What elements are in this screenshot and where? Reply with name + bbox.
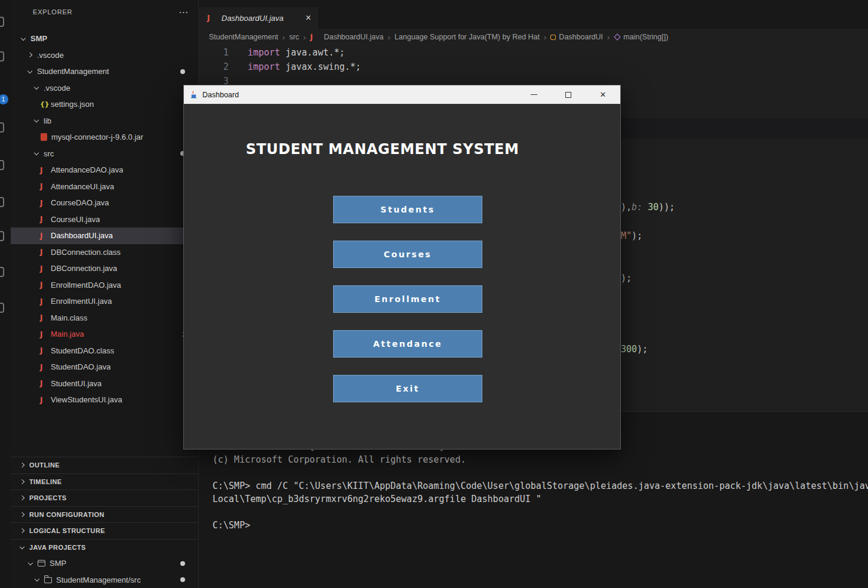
breadcrumb-separator: › (282, 33, 285, 42)
clipped-activity-icon[interactable] (0, 231, 4, 241)
chevron-down-icon (21, 36, 26, 41)
tab-label: DashboardUI.java (221, 14, 284, 23)
breadcrumb-item-language-support-for-java-tm-by-red-hat[interactable]: Language Support for Java(TM) by Red Hat (395, 33, 540, 41)
java-file-icon: J (40, 215, 51, 223)
clipped-activity-icon[interactable] (0, 197, 4, 207)
clipped-activity-icon[interactable] (0, 17, 4, 27)
tree-item-label: CourseDAO.java (51, 198, 109, 207)
section-outline[interactable]: OUTLINE (11, 457, 198, 473)
chevron-down-icon (20, 544, 24, 549)
tree-item-lib[interactable]: lib (11, 113, 198, 130)
tree-item-studentui-java[interactable]: JStudentUI.java (11, 375, 198, 392)
breadcrumb-item-src[interactable]: src (289, 33, 299, 41)
window-controls: ✕ (516, 85, 620, 104)
tree-item-label: AttendanceDAO.java (51, 165, 123, 174)
breadcrumb-separator: › (303, 33, 306, 42)
tree-item-main-class[interactable]: JMain.class (11, 310, 198, 327)
section-run-configuration[interactable]: RUN CONFIGURATION (11, 506, 198, 523)
code-token: import (248, 61, 280, 72)
explorer-title: EXPLORER (33, 8, 72, 16)
code-fragment: ),b: 30)); (621, 202, 675, 213)
class-symbol-icon (550, 35, 556, 40)
dialog-button-courses[interactable]: Courses (333, 241, 482, 268)
dialog-title: Dashboard (202, 91, 239, 99)
code-line: 1import java.awt.*; (199, 45, 868, 60)
tree-item-label: EnrollmentDAO.java (51, 281, 121, 290)
tree-item-vscode[interactable]: .vscode (11, 47, 198, 64)
tree-item-enrollmentui-java[interactable]: JEnrollmentUI.java (11, 293, 198, 310)
tree-item-studentdao-java[interactable]: JStudentDAO.java (11, 359, 198, 375)
section-java-projects[interactable]: JAVA PROJECTS (11, 539, 198, 556)
tree-item-dashboardui-java[interactable]: JDashboardUI.java (11, 227, 198, 244)
project-label: StudentManagement/src (56, 575, 141, 584)
tree-item-attendancedao-java[interactable]: JAttendanceDAO.java (11, 162, 198, 178)
tree-item-enrollmentdao-java[interactable]: JEnrollmentDAO.java (11, 277, 198, 294)
breadcrumb-item-studentmanagement[interactable]: StudentManagement (209, 33, 278, 41)
chevron-right-icon (20, 495, 24, 500)
tree-item-label: SMP (30, 34, 47, 43)
code-token: 30 (648, 202, 658, 213)
chevron-down-icon (34, 150, 39, 155)
more-actions-icon[interactable]: ⋯ (178, 7, 189, 18)
tree-item-studentmanagement[interactable]: StudentManagement (11, 63, 198, 80)
breadcrumb-item-dashboardui-java[interactable]: JDashboardUI.java (310, 33, 383, 41)
clipped-activity-icon[interactable] (0, 303, 4, 313)
section-logical-structure[interactable]: LOGICAL STRUCTURE (11, 522, 198, 539)
terminal-line: C:\SMP> (213, 519, 868, 532)
modified-dot (180, 577, 185, 582)
code-token: ); (621, 273, 632, 284)
dialog-button-exit[interactable]: Exit (333, 375, 482, 402)
modified-dot (180, 561, 185, 566)
clipped-activity-icon[interactable] (0, 267, 4, 277)
clipped-activity-icon[interactable] (0, 122, 4, 133)
dialog-titlebar[interactable]: Dashboard ✕ (184, 85, 620, 104)
highlight-band (621, 118, 868, 138)
project-label: SMP (50, 559, 66, 568)
close-icon: ✕ (600, 90, 607, 99)
tab-dashboardui-java[interactable]: J DashboardUI.java × (199, 7, 318, 29)
java-file-icon: J (40, 313, 51, 322)
java-project-item-smp[interactable]: SMP (11, 555, 198, 572)
close-button[interactable]: ✕ (586, 85, 620, 104)
tree-item-viewstudentsui-java[interactable]: JViewStudentsUI.java (11, 392, 198, 408)
window-icon (38, 560, 45, 567)
code-token: M" (621, 230, 632, 241)
breadcrumb-separator: › (387, 33, 390, 42)
dialog-button-attendance[interactable]: Attendance (333, 330, 482, 358)
tree-item-dbconnection-class[interactable]: JDBConnection.class (11, 244, 198, 261)
tree-item-label: .vscode (37, 51, 64, 60)
tree-item-attendanceui-java[interactable]: JAttendanceUI.java (11, 178, 198, 195)
tree-item-settings-json[interactable]: {}settings.json (11, 96, 198, 113)
code-token: b: (632, 202, 648, 213)
maximize-button[interactable] (551, 85, 586, 104)
tree-item-label: StudentDAO.java (51, 362, 110, 371)
tree-item-dbconnection-java[interactable]: JDBConnection.java (11, 260, 198, 277)
dashboard-dialog: Dashboard ✕ STUDENT MANAGEMENT SYSTEM St… (183, 85, 621, 450)
method-symbol-icon (614, 33, 621, 40)
tree-item-studentdao-class[interactable]: JStudentDAO.class (11, 343, 198, 359)
dialog-button-enrollment[interactable]: Enrollment (333, 285, 482, 313)
breadcrumb-item-main-string[interactable]: main(String[]) (614, 33, 668, 41)
clipped-activity-icon[interactable] (0, 160, 4, 170)
tree-item-smp[interactable]: SMP (11, 30, 198, 47)
java-project-item-studentmanagement-src[interactable]: StudentManagement/src (11, 572, 198, 588)
tab-bar: J DashboardUI.java × (199, 0, 868, 29)
code-token: ); (637, 344, 648, 355)
section-timeline[interactable]: TIMELINE (11, 473, 198, 490)
file-tree: SMP.vscodeStudentManagement.vscode{}sett… (11, 30, 198, 408)
clipped-activity-icon[interactable] (0, 51, 4, 61)
tree-item-label: StudentUI.java (51, 379, 101, 388)
code-token: ); (632, 230, 642, 241)
tree-item-vscode[interactable]: .vscode (11, 80, 198, 97)
tree-item-main-java[interactable]: JMain.java2 (11, 326, 198, 343)
dialog-button-students[interactable]: Students (333, 196, 482, 223)
tree-item-coursedao-java[interactable]: JCourseDAO.java (11, 195, 198, 211)
section-projects[interactable]: PROJECTS (11, 490, 198, 506)
breadcrumb-label: src (289, 33, 299, 41)
close-tab-icon[interactable]: × (306, 13, 311, 23)
tree-item-label: EnrollmentUI.java (51, 297, 112, 306)
tree-item-courseui-java[interactable]: JCourseUI.java (11, 211, 198, 228)
minimize-button[interactable] (516, 85, 551, 104)
breadcrumb-item-dashboardui[interactable]: DashboardUI (550, 33, 603, 41)
chevron-right-icon (20, 479, 24, 484)
